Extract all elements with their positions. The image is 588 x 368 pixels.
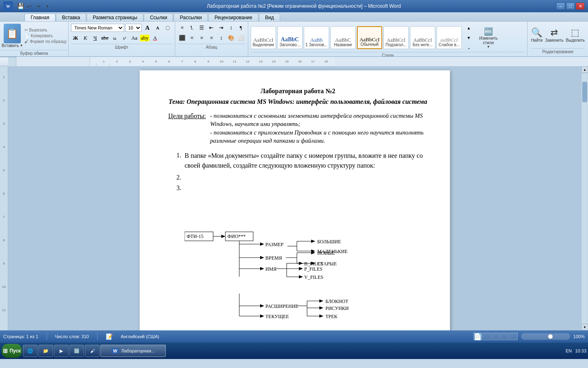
tab-references[interactable]: Ссылки [144,13,173,21]
styles-more[interactable]: ⌄ [464,43,473,52]
tab-page-layout[interactable]: Разметка страницы [87,13,143,21]
tab-view[interactable]: Вид [259,13,280,21]
svg-marker-62 [299,267,303,270]
grow-font-button[interactable]: A [143,23,152,32]
scroll-down-button[interactable]: ▼ [581,324,588,330]
replace-button[interactable]: ⇄ Заменить [545,27,564,43]
calculator-button[interactable]: 🔢 [69,345,84,357]
quickaccess-dropdown[interactable]: ▼ [43,2,51,10]
start-button[interactable]: ⊞ Пуск [2,344,22,358]
clear-format-button[interactable]: ◌ [163,23,172,32]
taskbar: ⊞ Пуск 🌐 📁 ▶ 🔢 🖌 W Лабораторная... EN 10… [0,343,588,359]
numbering-button[interactable]: ⒈ [187,23,196,32]
svg-text:6: 6 [168,60,170,63]
shrink-font-button[interactable]: A [153,23,162,32]
ie-icon: 🌐 [27,348,33,354]
minimize-button[interactable]: – [556,2,565,10]
superscript-button[interactable]: x² [120,34,129,43]
cut-button[interactable]: ✂Вырезать [24,28,67,32]
svg-text:16: 16 [298,60,302,63]
list-item-2: 2. [176,173,428,182]
tab-mailings[interactable]: Рассылки [174,13,208,21]
borders-button[interactable]: ⬜ [236,34,245,43]
redo-button[interactable]: ↪ [34,2,42,10]
underline-button[interactable]: Ч [91,34,100,43]
goal1-text: - познакомиться с основными элементами и… [210,112,428,128]
subscript-button[interactable]: x₂ [110,34,119,43]
zoom-slider[interactable] [521,333,570,340]
print-layout-button[interactable]: 📄 [474,333,482,340]
folder-tree-diagram-2: .tree-text2 { font-family: 'Times New Ro… [185,294,428,330]
font-group-label: Шрифт [71,44,172,50]
bullets-button[interactable]: ≡ [178,23,187,32]
svg-text:9: 9 [207,60,209,63]
align-right-button[interactable]: ≡ [197,34,206,43]
change-styles-button[interactable]: 🔤 Изменить стили ▼ [476,27,501,49]
calc-icon: 🔢 [74,348,80,354]
style-heading1[interactable]: AaBbC Заголово... [277,26,303,49]
svg-text:18: 18 [324,60,328,63]
maximize-button[interactable]: □ [566,2,575,10]
main-scroll-area[interactable]: Лабораторная работа №2 Тема: Операционна… [8,66,581,330]
svg-text:11: 11 [233,60,236,63]
format-painter-button[interactable]: 🖌Формат по образцу [24,39,67,44]
fullscreen-button[interactable] [483,333,491,340]
svg-text:10: 10 [220,60,223,63]
style-subtitle[interactable]: AaBbCcI Подзагол... [383,26,409,49]
svg-text:B_FILES: B_FILES [304,261,323,267]
scroll-up-button[interactable]: ▲ [581,66,588,73]
draft-button[interactable] [510,333,518,340]
style-title[interactable]: AaBbC Название [330,26,356,49]
align-center-button[interactable]: ≡ [187,34,196,43]
shading-button[interactable]: 🎨 [227,34,236,43]
strikethrough-button[interactable]: abe [100,34,109,43]
language: Английский (США) [121,334,159,339]
tab-insert[interactable]: Вставка [56,13,87,21]
increase-indent-button[interactable]: ⇥ [217,23,226,32]
style-no-spacing[interactable]: AaBbCcI Без инте... [410,26,435,49]
change-case-button[interactable]: Аа [130,34,139,43]
copy-button[interactable]: 📄Копировать [24,34,67,38]
save-button[interactable]: 💾 [16,2,24,10]
justify-button[interactable]: ≡ [207,34,216,43]
ruler-num-4: 4 [0,144,8,168]
font-size-select[interactable]: 10 [125,24,142,32]
tab-home[interactable]: Главная [24,13,56,21]
font-color-button[interactable]: A [151,34,160,43]
style-subtle[interactable]: aaBbCcI Слабое в... [437,26,462,49]
close-button[interactable]: ✕ [576,2,585,10]
italic-button[interactable]: К [81,34,90,43]
styles-scroll-down[interactable]: ▼ [464,33,473,42]
style-normal[interactable]: AaBbCcI Обычный [357,26,382,49]
web-layout-button[interactable] [492,333,500,340]
decrease-indent-button[interactable]: ⇤ [207,23,216,32]
style-heading2[interactable]: AaBb 1 Заголов... [304,26,329,49]
undo-button[interactable]: ↩ [25,2,33,10]
bold-button[interactable]: Ж [71,34,80,43]
paste-button[interactable]: 📋 Вставить▼ [2,24,23,48]
tab-review[interactable]: Рецензирование [208,13,258,21]
show-marks-button[interactable]: ¶ [236,23,245,32]
explorer-button[interactable]: 📁 [38,345,53,357]
paint-button[interactable]: 🖌 [85,345,100,357]
font-group: Times New Roman 10 A A ◌ Ж К Ч abe x₂ x²… [69,22,175,56]
highlight-button[interactable]: aby [140,34,150,43]
multilevel-button[interactable]: ☰ [197,23,206,32]
find-button[interactable]: 🔍 Найти [531,27,543,43]
select-button[interactable]: ⬚ Выделить [566,27,585,43]
scroll-thumb[interactable] [582,82,587,102]
internet-explorer-button[interactable]: 🌐 [23,345,38,357]
font-name-select[interactable]: Times New Roman [71,24,124,32]
word-taskbar-button[interactable]: W Лабораторная... [100,345,166,357]
styles-scroll-up[interactable]: ▲ [464,23,473,32]
align-left-button[interactable]: ⬛ [178,34,187,43]
svg-marker-54 [260,267,264,270]
ruler-num-11: 11 [0,307,8,330]
sort-button[interactable]: ↕ [227,23,236,32]
style-selection[interactable]: AaBbCcI Выделение [251,26,276,49]
outline-button[interactable] [501,333,509,340]
media-player-button[interactable]: ▶ [54,345,69,357]
vertical-scrollbar[interactable]: ▲ ▼ [581,66,588,330]
svg-marker-27 [221,235,225,238]
line-spacing-button[interactable]: ↕ [217,34,226,43]
